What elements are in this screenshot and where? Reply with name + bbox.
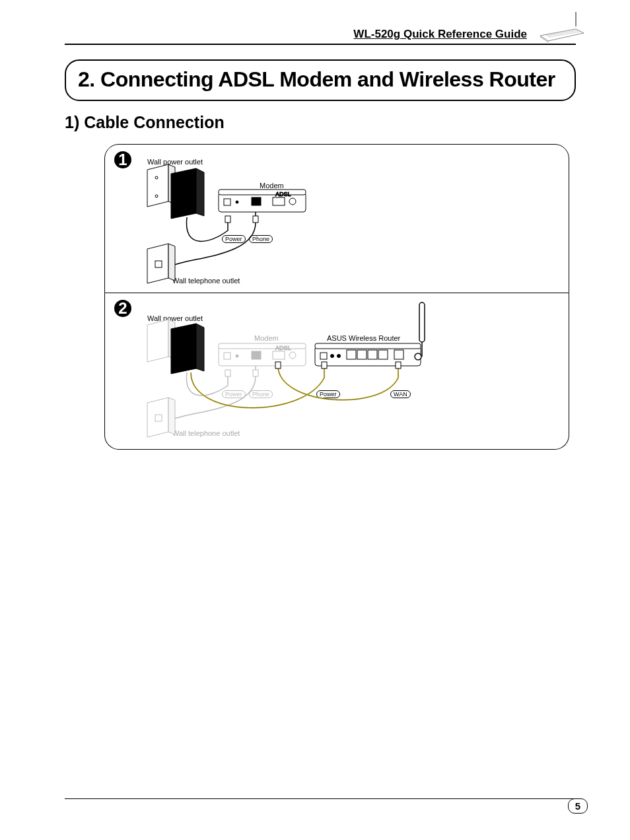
svg-rect-19 [219, 343, 306, 349]
diagram-panel-2: 2 Wall power outlet Modem ASUS Wireless … [104, 293, 569, 450]
svg-point-32 [337, 355, 341, 358]
svg-rect-34 [357, 350, 367, 359]
subsection-title: 1) Cable Connection [65, 113, 576, 132]
svg-rect-43 [396, 362, 401, 368]
svg-rect-39 [419, 302, 425, 342]
svg-point-5 [155, 195, 158, 197]
svg-point-14 [289, 198, 296, 205]
svg-point-11 [236, 201, 238, 203]
svg-rect-35 [368, 350, 377, 359]
svg-point-31 [331, 355, 334, 358]
diagram-panel-1: 1 Wall power outlet Modem Wall telephone… [104, 144, 569, 293]
router-icon [536, 12, 588, 46]
section-title-box: 2. Connecting ADSL Modem and Wireless Ro… [65, 59, 576, 101]
page: WL-520g Quick Reference Guide 2. Connect… [0, 0, 630, 840]
svg-rect-29 [315, 343, 421, 349]
svg-text:ADSL: ADSL [275, 191, 291, 197]
svg-rect-37 [394, 350, 403, 359]
diagram-stack: 1 Wall power outlet Modem Wall telephone… [104, 144, 569, 450]
svg-point-25 [289, 352, 296, 359]
section-title: 2. Connecting ADSL Modem and Wireless Ro… [78, 67, 563, 92]
svg-text:ADSL: ADSL [275, 345, 291, 351]
svg-rect-21 [224, 353, 230, 359]
header-guide-title: WL-520g Quick Reference Guide [353, 28, 527, 42]
svg-rect-12 [252, 197, 261, 205]
svg-rect-30 [320, 353, 327, 359]
svg-rect-27 [155, 415, 162, 421]
footer-rule [65, 798, 576, 799]
diagram-svg-1: ADSL [105, 145, 528, 293]
svg-rect-16 [155, 261, 162, 267]
svg-rect-33 [347, 350, 356, 359]
svg-rect-8 [219, 190, 306, 195]
diagram-svg-2: ADSL [105, 293, 528, 449]
svg-point-40 [415, 353, 421, 360]
svg-point-22 [236, 355, 238, 357]
svg-rect-10 [224, 199, 230, 205]
svg-rect-24 [273, 351, 285, 359]
svg-rect-23 [252, 351, 261, 359]
svg-rect-26 [253, 370, 258, 376]
svg-rect-42 [275, 362, 281, 368]
svg-rect-36 [378, 350, 388, 359]
svg-rect-13 [273, 197, 285, 205]
svg-rect-41 [322, 362, 327, 368]
svg-rect-15 [253, 216, 258, 223]
svg-point-4 [155, 176, 158, 179]
page-number: 5 [568, 798, 588, 814]
header: WL-520g Quick Reference Guide [65, 28, 576, 45]
svg-rect-17 [225, 370, 230, 376]
svg-rect-6 [225, 216, 230, 223]
